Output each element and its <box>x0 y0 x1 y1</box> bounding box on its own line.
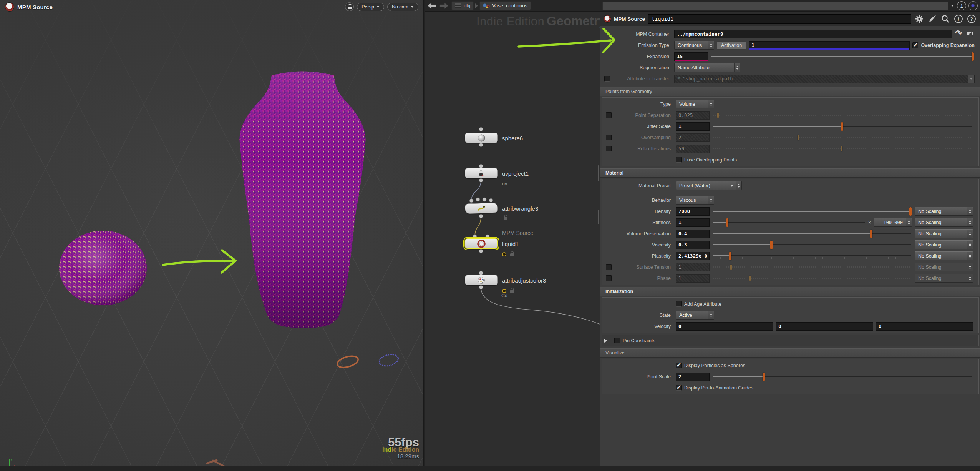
value-field[interactable]: 1 <box>676 218 710 227</box>
enable-checkbox[interactable] <box>606 112 612 118</box>
value-field[interactable]: 0.4 <box>676 230 710 238</box>
dropdown[interactable]: Active <box>676 311 714 320</box>
value-field[interactable]: 0 <box>876 322 973 331</box>
value-field[interactable]: 0 <box>676 322 773 331</box>
node-attribadjustcolor3[interactable] <box>465 275 498 285</box>
node-label[interactable]: uvproject1 <box>502 170 529 177</box>
expander-icon[interactable] <box>604 339 607 343</box>
network-editor[interactable]: Indie Edition Geometry <box>425 0 600 466</box>
node-sphere6[interactable] <box>465 133 498 143</box>
enable-checkbox[interactable] <box>606 135 612 140</box>
slider-handle[interactable] <box>841 122 843 131</box>
node-label[interactable]: attribadjustcolor3 <box>502 277 546 284</box>
scaling-dropdown[interactable]: No Scaling <box>915 251 973 260</box>
value-field[interactable]: 2.41329e-0 <box>676 252 710 260</box>
node-label[interactable]: attribwrangle3 <box>502 205 538 212</box>
enable-checkbox[interactable] <box>606 146 612 151</box>
slider[interactable] <box>712 122 973 131</box>
persp-menu-button[interactable]: Persp <box>357 3 384 11</box>
enable-checkbox[interactable] <box>604 76 610 82</box>
node-uvproject1[interactable] <box>465 168 498 178</box>
enable-checkbox[interactable] <box>606 275 612 281</box>
spinner-icon[interactable] <box>967 274 973 282</box>
node-name-field[interactable]: liquid1 <box>648 14 911 24</box>
value-field[interactable]: ../mpmcontainer9 <box>674 30 952 38</box>
enable-checkbox[interactable] <box>606 264 612 270</box>
dropdown[interactable]: Volume <box>676 100 714 108</box>
menu-button[interactable] <box>968 75 974 83</box>
multiplier-field[interactable]: 100 000 <box>874 218 912 227</box>
value-field[interactable]: 2 <box>676 373 710 381</box>
back-icon[interactable] <box>427 2 437 10</box>
slider[interactable] <box>712 207 912 216</box>
checkbox[interactable] <box>676 157 682 163</box>
slider[interactable] <box>712 218 866 227</box>
node-label[interactable]: sphere6 <box>502 135 523 141</box>
value-field[interactable]: 1 <box>749 41 910 50</box>
value-field[interactable]: 15 <box>674 52 708 61</box>
brush-icon[interactable] <box>927 14 937 24</box>
chevron-down-icon[interactable] <box>951 5 954 7</box>
spinner-icon[interactable] <box>967 230 973 238</box>
pin-target-icon[interactable] <box>968 1 978 10</box>
checkbox[interactable] <box>676 363 682 368</box>
section-header[interactable]: Points from Geometry <box>600 87 980 96</box>
slider-handle[interactable] <box>763 373 765 381</box>
slider-handle[interactable] <box>909 207 912 216</box>
section-header[interactable]: Initialization <box>600 287 980 296</box>
slider[interactable] <box>712 229 912 238</box>
value-field[interactable]: 7000 <box>676 207 710 216</box>
search-icon[interactable] <box>940 14 950 24</box>
checkbox[interactable] <box>614 338 620 343</box>
scaling-dropdown[interactable]: No Scaling <box>915 240 973 249</box>
spinner-icon[interactable] <box>736 181 741 190</box>
network-scrollbar[interactable] <box>598 165 599 181</box>
slider[interactable] <box>712 372 973 381</box>
scaling-dropdown[interactable]: No Scaling <box>915 229 973 238</box>
viewport-lock-icon[interactable] <box>345 2 354 11</box>
checkbox[interactable] <box>912 42 918 48</box>
value-field[interactable]: 0.3 <box>676 241 710 249</box>
spinner-icon[interactable] <box>708 196 714 204</box>
spinner-icon[interactable] <box>734 63 740 72</box>
slider-handle[interactable] <box>726 218 728 227</box>
value-field[interactable]: 1 <box>676 122 710 131</box>
spinner-icon[interactable] <box>967 252 973 260</box>
spinner-icon[interactable] <box>906 218 912 226</box>
section-header[interactable]: Visualize <box>600 348 980 358</box>
scaling-dropdown[interactable]: No Scaling <box>915 218 973 227</box>
network-scrollbar[interactable] <box>598 210 599 224</box>
node-picker-icon[interactable] <box>966 31 975 38</box>
info-icon[interactable]: i <box>953 14 963 24</box>
gear-icon[interactable] <box>914 14 924 24</box>
jump-arrow-icon[interactable] <box>955 31 963 38</box>
node-attribwrangle3[interactable] <box>465 203 498 214</box>
value-field[interactable]: 0 <box>776 322 873 331</box>
scaling-dropdown[interactable]: No Scaling <box>915 207 973 216</box>
dropdown[interactable]: Preset (Water) <box>676 181 742 190</box>
help-icon[interactable]: ? <box>967 14 977 24</box>
slider-handle[interactable] <box>972 52 974 61</box>
spinner-icon[interactable] <box>708 41 714 49</box>
breadcrumb-node[interactable]: Vase_continuos <box>479 1 531 10</box>
dropdown[interactable]: Continuous <box>674 41 714 50</box>
spinner-icon[interactable] <box>967 218 973 226</box>
slider-handle[interactable] <box>729 252 731 260</box>
dropdown[interactable]: Name Attribute <box>674 63 740 72</box>
checkbox[interactable] <box>676 301 682 307</box>
spinner-icon[interactable] <box>967 207 973 215</box>
checkbox[interactable] <box>676 385 682 391</box>
section-header[interactable]: Material <box>600 168 980 178</box>
slider[interactable] <box>711 52 975 61</box>
node-label[interactable]: liquid1 <box>502 241 519 247</box>
activation-chip[interactable]: Activation <box>717 41 746 50</box>
tab-count-button[interactable]: 1 <box>957 1 966 10</box>
spinner-icon[interactable] <box>708 100 714 108</box>
dropdown[interactable]: Viscous <box>676 196 714 205</box>
slider[interactable] <box>712 240 912 250</box>
node-liquid1[interactable] <box>465 238 498 249</box>
spinner-icon[interactable] <box>708 311 714 319</box>
slider-handle[interactable] <box>870 230 872 238</box>
camera-menu-button[interactable]: No cam <box>387 3 418 11</box>
spinner-icon[interactable] <box>967 241 973 249</box>
